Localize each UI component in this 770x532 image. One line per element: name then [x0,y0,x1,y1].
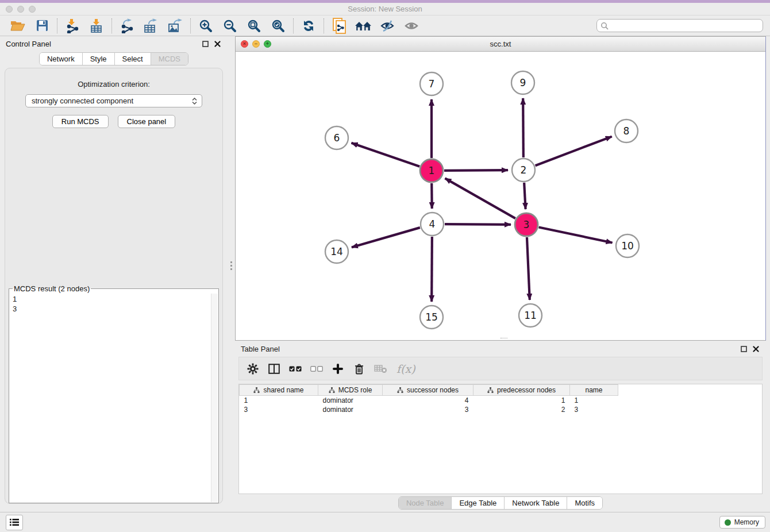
cell-name[interactable]: 3 [570,405,618,414]
column-header-name[interactable]: name [570,385,618,396]
close-network-button[interactable]: × [241,40,248,48]
column-header-successor-nodes[interactable]: successor nodes [383,385,473,396]
close-panel-icon[interactable] [753,346,759,352]
close-panel-icon[interactable] [214,41,221,47]
cell-successor-nodes[interactable]: 4 [383,396,473,405]
delete-row-button[interactable] [353,362,365,376]
edge-3-10[interactable] [539,228,613,243]
cell-shared-name[interactable]: 1 [240,396,318,405]
table-row[interactable]: 1 dominator 4 1 1 [240,396,618,405]
memory-status-icon [725,519,731,526]
result-scrollbar[interactable] [211,294,218,502]
tab-motifs[interactable]: Motifs [567,497,602,509]
zoom-window-button[interactable] [29,6,36,13]
mcds-result-title: MCDS result (2 nodes) [13,284,91,293]
status-bar: Memory [0,512,770,532]
tab-mcds[interactable]: MCDS [151,53,188,65]
toolbar-separator [57,18,57,33]
close-panel-button[interactable]: Close panel [118,115,176,128]
tab-network-table[interactable]: Network Table [504,497,567,509]
gear-icon [247,363,259,375]
edge-2-9[interactable] [523,98,523,157]
cell-name[interactable]: 1 [570,396,618,405]
export-image-button[interactable] [163,17,187,35]
window-resize-grip[interactable] [500,338,507,340]
edge-4-14[interactable] [352,228,420,247]
node-table: shared name MCDS role successor nodes pr… [239,384,618,414]
column-header-predecessor-nodes[interactable]: predecessor nodes [473,385,570,396]
tab-network[interactable]: Network [40,53,82,65]
edge-3-11[interactable] [527,237,530,300]
mcds-result-line: 3 [13,304,210,314]
edge-4-3[interactable] [445,224,511,225]
search-box[interactable] [596,19,763,32]
node-label-9: 9 [520,77,526,88]
zoom-network-button[interactable]: + [264,40,271,48]
edge-1-2[interactable] [444,170,508,171]
import-table-button[interactable] [84,17,109,35]
search-input[interactable] [609,20,763,31]
criterion-dropdown[interactable]: strongly connected component [25,94,202,107]
refresh-icon [302,19,315,33]
minimize-network-button[interactable]: − [252,40,260,48]
table-panel-title: Table Panel [241,345,280,353]
edge-2-3[interactable] [524,183,525,209]
add-row-button[interactable] [332,362,344,376]
float-panel-icon[interactable] [202,41,209,47]
cell-predecessor-nodes[interactable]: 2 [473,405,570,414]
memory-label: Memory [734,518,759,526]
close-window-button[interactable] [6,6,13,13]
open-session-button[interactable] [6,17,30,35]
deselect-all-button[interactable] [310,362,323,376]
run-mcds-button[interactable]: Run MCDS [52,115,109,128]
delete-table-button[interactable] [374,362,388,376]
select-all-button[interactable] [289,362,302,376]
cell-successor-nodes[interactable]: 3 [383,405,473,414]
network-file-button[interactable] [327,17,351,35]
cell-predecessor-nodes[interactable]: 1 [473,396,570,405]
network-graph[interactable]: 7968124314101511 [236,52,765,340]
column-type-icon [397,387,403,393]
edge-3-1[interactable] [445,178,515,218]
export-table-button[interactable] [139,17,163,35]
show-graphics-details-button[interactable] [399,17,424,35]
cell-mcds-role[interactable]: dominator [318,396,383,405]
table-row[interactable]: 3 dominator 3 2 3 [240,405,618,414]
home-button[interactable] [351,17,375,35]
memory-button[interactable]: Memory [719,516,765,529]
column-browser-button[interactable] [268,362,280,376]
save-session-button[interactable] [30,17,54,35]
column-header-mcds-role[interactable]: MCDS role [318,385,383,396]
column-header-shared-name[interactable]: shared name [240,385,318,396]
chevron-updown-icon [192,98,197,105]
tab-node-table[interactable]: Node Table [399,497,452,509]
export-network-button[interactable] [115,17,139,35]
zoom-fit-button[interactable] [242,17,266,35]
minimize-window-button[interactable] [17,6,24,13]
tab-edge-table[interactable]: Edge Table [451,497,504,509]
function-builder-button[interactable]: f(x) [396,362,415,376]
hide-graphics-details-button[interactable] [375,17,399,35]
zoom-out-button[interactable] [218,17,242,35]
toolbar-separator [293,18,294,33]
edge-2-8[interactable] [536,137,612,166]
search-icon [600,22,609,30]
show-panels-button[interactable] [6,515,23,530]
import-network-button[interactable] [60,17,84,35]
edge-4-15[interactable] [432,237,432,302]
panel-splitter[interactable] [228,36,235,512]
edge-1-6[interactable] [352,143,420,167]
column-settings-button[interactable] [247,362,259,376]
tab-style[interactable]: Style [82,53,114,65]
cell-shared-name[interactable]: 3 [240,405,318,414]
cell-mcds-role[interactable]: dominator [318,405,383,414]
tab-select[interactable]: Select [114,53,151,65]
node-label-15: 15 [425,311,438,323]
floppy-disk-icon [36,20,48,32]
mcds-panel-body: Optimization criterion: strongly connect… [5,68,223,504]
zoom-selected-button[interactable] [266,17,290,35]
float-panel-icon[interactable] [741,346,747,352]
network-canvas[interactable]: 7968124314101511 [236,52,765,340]
zoom-in-button[interactable] [194,17,218,35]
apply-layout-button[interactable] [297,17,321,35]
